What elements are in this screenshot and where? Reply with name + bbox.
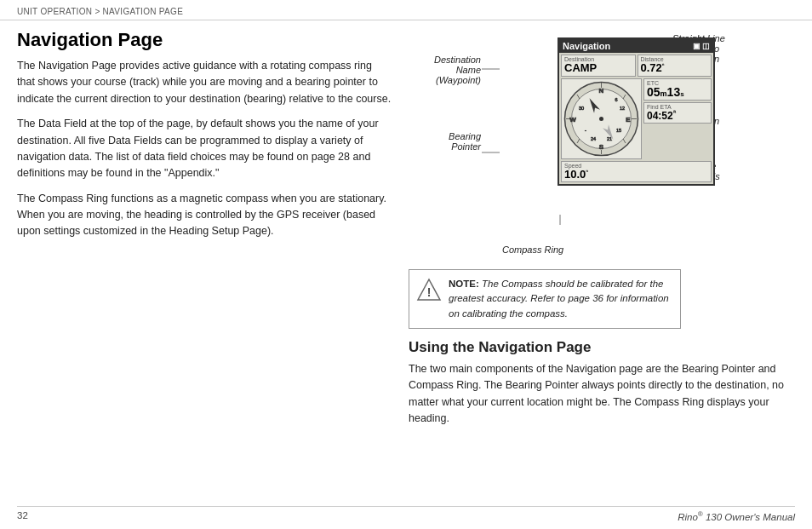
footer-manual: Rino® 130 Owner's Manual [678,510,795,522]
right-column: Destination Name(Waypoint) BearingPointe… [409,29,795,435]
using-section-body: The two main components of the Navigatio… [409,361,795,428]
screen-icons: ▣ ◫ [693,42,710,50]
screen-icon-1: ▣ [693,42,700,50]
screen-middle-row: N E S W [561,78,712,159]
compass-svg: N E S W [562,79,641,158]
svg-text:S: S [599,143,604,151]
screen-icon-2: ◫ [702,42,710,50]
callout-compass-ring: Compass Ring [502,244,563,255]
body-paragraph-1: The Navigation Page provides active guid… [17,58,392,107]
speed-field: Speed 10.0ⁿ [561,161,712,183]
body-paragraph-2: The Data Field at the top of the page, b… [17,116,392,182]
device-screen: Navigation ▣ ◫ Destination CAMP [558,37,715,186]
using-section-title: Using the Navigation Page [409,339,795,356]
svg-text:N: N [599,87,604,95]
eta-value: 04:52ᴿ [647,110,708,122]
svg-text:E: E [626,116,631,124]
svg-point-29 [599,117,603,121]
page-title: Navigation Page [17,29,392,51]
callout-destination-name: Destination Name(Waypoint) [409,55,481,85]
breadcrumb: Unit Operation > Navigation Page [0,0,812,20]
destination-field: Destination CAMP [561,55,636,77]
screen-titlebar: Navigation ▣ ◫ [559,39,713,53]
breadcrumb-separator: > [92,7,102,16]
right-fields: ETC 05m13s Find ETA 04:52ᴿ [643,78,712,159]
find-eta-label: Find ETA [647,104,708,110]
compass-container: N E S W [561,78,642,159]
distance-value: 0.72ⁿ [641,62,709,75]
etc-value: 05m13s [647,86,708,99]
breadcrumb-part1: Unit Operation [17,7,92,16]
left-column: Navigation Page The Navigation Page prov… [17,29,392,435]
using-section: Using the Navigation Page The two main c… [409,339,795,428]
body-paragraph-3: The Compass Ring functions as a magnetic… [17,191,392,240]
find-eta-field: Find ETA 04:52ᴿ [643,102,712,124]
speed-value: 10.0ⁿ [564,169,708,181]
footer-page-number: 32 [17,510,28,522]
svg-text:6: 6 [615,97,617,102]
note-box: ! NOTE: The Compass should be calibrated… [409,269,681,329]
speed-label: Speed [564,163,708,169]
svg-text:24: 24 [591,136,596,141]
callout-bearing-pointer: BearingPointer [409,131,481,152]
screen-body: Destination CAMP Distance 0.72ⁿ [559,53,713,184]
screen-top-row: Destination CAMP Distance 0.72ⁿ [561,55,712,77]
device-screen-wrapper: Navigation ▣ ◫ Destination CAMP [489,37,647,186]
svg-text:!: ! [427,285,432,299]
svg-text:12: 12 [620,106,625,111]
warning-icon: ! [416,277,442,302]
note-text: NOTE: The Compass should be calibrated f… [449,277,673,321]
note-body: The Compass should be calibrated for the… [449,279,669,319]
screen-title: Navigation [563,41,610,51]
etc-field: ETC 05m13s [643,78,712,101]
screen-bottom-row: Speed 10.0ⁿ [561,161,712,183]
svg-text:W: W [569,116,576,124]
svg-text:15: 15 [616,128,621,133]
svg-text:30: 30 [579,106,584,111]
nav-diagram: Destination Name(Waypoint) BearingPointe… [409,29,766,259]
note-label: NOTE: [449,279,479,289]
footer: 32 Rino® 130 Owner's Manual [17,506,795,522]
destination-value: CAMP [564,62,632,74]
svg-text:-: - [585,128,586,133]
distance-field: Distance 0.72ⁿ [638,55,712,77]
breadcrumb-part2: Navigation Page [103,7,184,16]
